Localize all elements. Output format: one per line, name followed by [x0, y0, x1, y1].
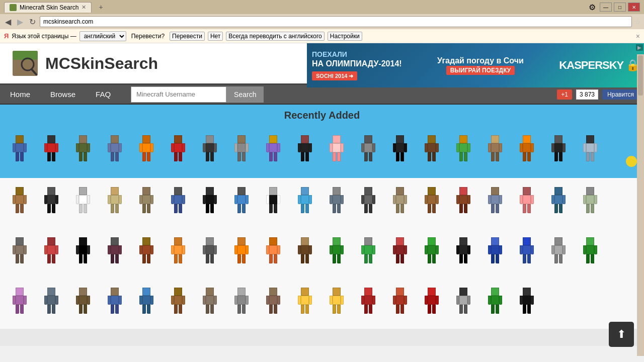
reload-button[interactable]: ↻ — [27, 16, 38, 28]
skin-item[interactable] — [226, 180, 257, 226]
skin-item[interactable] — [384, 231, 416, 276]
skin-item[interactable] — [416, 231, 447, 276]
skin-item[interactable] — [479, 281, 511, 326]
skin-item[interactable] — [511, 180, 542, 226]
skin-item[interactable] — [4, 129, 35, 174]
skin-item[interactable] — [416, 129, 447, 174]
skin-item[interactable] — [163, 180, 194, 226]
skin-item[interactable] — [226, 281, 257, 326]
search-button[interactable]: Search — [226, 86, 264, 103]
settings-button[interactable]: Настройки — [328, 32, 362, 41]
skin-item[interactable] — [353, 281, 384, 326]
upload-button[interactable]: ⬆ — [609, 322, 634, 347]
skin-item[interactable] — [384, 281, 416, 326]
tab-close-icon[interactable]: ✕ — [82, 4, 86, 11]
skin-item[interactable] — [67, 180, 99, 226]
skin-item[interactable] — [353, 129, 384, 174]
skin-item[interactable] — [99, 281, 130, 326]
skin-item[interactable] — [4, 231, 35, 276]
skin-item[interactable] — [448, 231, 479, 276]
translate-button[interactable]: Перевести — [170, 32, 205, 41]
facebook-like-button[interactable]: Нравится — [602, 89, 639, 100]
skin-item[interactable] — [321, 231, 352, 276]
skin-item[interactable] — [575, 180, 606, 226]
skin-item[interactable] — [543, 180, 574, 226]
scroll-thumb[interactable] — [638, 55, 643, 96]
skin-item[interactable] — [416, 180, 447, 226]
skin-item[interactable] — [384, 129, 416, 174]
skin-item[interactable] — [99, 231, 130, 276]
url-bar[interactable] — [40, 16, 632, 27]
active-tab[interactable]: Minecraft Skin Search ✕ — [4, 2, 92, 13]
skin-item[interactable] — [575, 231, 606, 276]
skin-item[interactable] — [258, 231, 289, 276]
nav-faq[interactable]: FAQ — [86, 85, 121, 104]
skin-item[interactable] — [67, 231, 99, 276]
skin-item[interactable] — [194, 231, 225, 276]
translate-bar-close[interactable]: × — [636, 32, 640, 40]
back-button[interactable]: ◀ — [3, 16, 13, 28]
skin-item[interactable] — [131, 281, 162, 326]
forward-button[interactable]: ▶ — [15, 16, 25, 28]
skin-item[interactable] — [321, 281, 352, 326]
skin-item[interactable] — [194, 180, 225, 226]
ad-banner[interactable]: ПОЕХАЛИ НА ОЛИМПИАДУ-2014! SOCHI 2014 ➜ … — [307, 43, 644, 87]
skin-item[interactable] — [99, 129, 130, 174]
skin-item[interactable] — [448, 180, 479, 226]
username-search-input[interactable] — [131, 86, 226, 103]
skin-item[interactable] — [416, 281, 447, 326]
new-tab-button[interactable]: + — [95, 2, 107, 13]
skin-item[interactable] — [511, 231, 542, 276]
skin-item[interactable] — [4, 180, 35, 226]
scrollbar[interactable] — [637, 54, 644, 356]
skin-item[interactable] — [479, 231, 511, 276]
skin-item[interactable] — [131, 231, 162, 276]
skin-item[interactable] — [258, 129, 289, 174]
skin-item[interactable] — [36, 129, 67, 174]
skin-item[interactable] — [194, 281, 225, 326]
language-select[interactable]: английский — [79, 31, 126, 41]
skin-item[interactable] — [353, 231, 384, 276]
minimize-button[interactable]: — — [600, 3, 612, 12]
skin-item[interactable] — [289, 281, 320, 326]
skin-item[interactable] — [479, 180, 511, 226]
skin-item[interactable] — [321, 180, 352, 226]
skin-item[interactable] — [575, 129, 606, 174]
nav-home[interactable]: Home — [0, 85, 40, 104]
skin-item[interactable] — [226, 129, 257, 174]
no-translate-button[interactable]: Нет — [208, 32, 223, 41]
skin-item[interactable] — [258, 281, 289, 326]
skin-item[interactable] — [448, 281, 479, 326]
skin-item[interactable] — [289, 129, 320, 174]
skin-item[interactable] — [479, 129, 511, 174]
maximize-button[interactable]: □ — [614, 3, 626, 12]
skin-item[interactable] — [321, 129, 352, 174]
skin-item[interactable] — [67, 129, 99, 174]
bookmark-icon[interactable]: ☆ — [634, 17, 641, 27]
skin-item[interactable] — [289, 231, 320, 276]
skin-item[interactable] — [384, 180, 416, 226]
skin-item[interactable] — [448, 129, 479, 174]
nav-browse[interactable]: Browse — [40, 85, 86, 104]
skin-item[interactable] — [163, 129, 194, 174]
skin-item[interactable] — [67, 281, 99, 326]
settings-icon[interactable]: ⚙ — [589, 3, 597, 11]
skin-item[interactable] — [353, 180, 384, 226]
skin-item[interactable] — [131, 180, 162, 226]
skin-item[interactable] — [36, 281, 67, 326]
skin-item[interactable] — [543, 129, 574, 174]
skin-item[interactable] — [511, 281, 542, 326]
always-translate-button[interactable]: Всегда переводить с английского — [226, 32, 324, 41]
close-button[interactable]: ✕ — [628, 3, 640, 12]
skin-item[interactable] — [99, 180, 130, 226]
skin-item[interactable] — [226, 231, 257, 276]
skin-item[interactable] — [36, 180, 67, 226]
skin-item[interactable] — [543, 231, 574, 276]
skin-item[interactable] — [194, 129, 225, 174]
skin-item[interactable] — [511, 129, 542, 174]
skin-item[interactable] — [258, 180, 289, 226]
skin-item[interactable] — [289, 180, 320, 226]
skin-item[interactable] — [163, 281, 194, 326]
google-plus-button[interactable]: +1 — [557, 89, 572, 100]
skin-item[interactable] — [36, 231, 67, 276]
